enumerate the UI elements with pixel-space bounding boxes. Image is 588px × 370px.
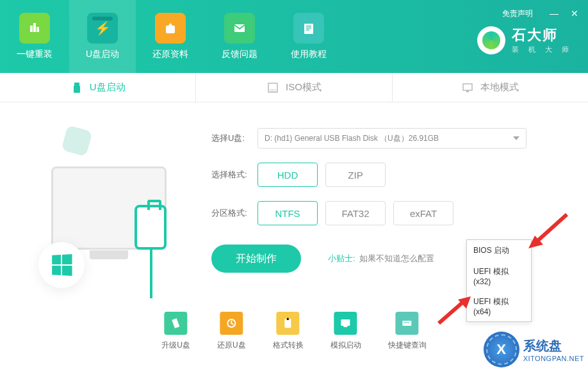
tool-restore-usb[interactable]: 还原U盘 xyxy=(217,312,246,351)
nav-label: 反馈问题 xyxy=(222,49,257,60)
svg-rect-1 xyxy=(33,23,36,32)
feedback-icon xyxy=(224,13,255,44)
partition-option-fat32[interactable]: FAT32 xyxy=(325,201,386,225)
nav-tab-usb-boot[interactable]: U盘启动 xyxy=(69,0,136,73)
tip-label: 小贴士: xyxy=(328,253,355,264)
mode-tab-label: 本地模式 xyxy=(480,81,519,93)
svg-rect-5 xyxy=(304,24,313,34)
svg-rect-21 xyxy=(404,322,405,323)
nav-label: 使用教程 xyxy=(291,49,327,60)
tutorial-icon xyxy=(293,13,324,44)
nav-tabs: 一键重装 U盘启动 还原资料 反馈问题 使用教程 xyxy=(0,0,343,73)
usb-select-dropdown[interactable]: D: (hd1) General USB Flash Disk （U盘）26.9… xyxy=(257,128,527,149)
partition-option-ntfs[interactable]: NTFS xyxy=(257,201,318,225)
keyboard-icon xyxy=(396,312,419,335)
format-option-hdd[interactable]: HDD xyxy=(257,163,318,187)
svg-rect-23 xyxy=(408,322,409,323)
mode-tab-label: U盘启动 xyxy=(90,81,126,93)
tool-label: 格式转换 xyxy=(273,340,304,351)
usb-boot-icon xyxy=(87,13,118,44)
tool-simulate-boot[interactable]: 模拟启动 xyxy=(331,312,361,351)
reinstall-icon xyxy=(19,13,50,44)
svg-rect-19 xyxy=(344,326,348,327)
svg-rect-3 xyxy=(166,26,175,33)
disclaimer-link[interactable]: 免责声明 xyxy=(502,8,533,19)
windows-badge xyxy=(38,242,85,288)
watermark-title: 系统盘 xyxy=(523,337,584,355)
boot-mode-dropdown: BIOS 启动 UEFI 模拟(x32) UEFI 模拟(x64) xyxy=(466,239,532,322)
tool-label: 快捷键查询 xyxy=(388,340,427,351)
tool-label: 模拟启动 xyxy=(331,340,361,351)
nav-label: 还原资料 xyxy=(152,49,188,60)
windows-logo-icon xyxy=(52,254,72,276)
watermark-logo-icon: X xyxy=(484,332,519,367)
svg-rect-15 xyxy=(172,318,180,328)
brand: 石大师 装 机 大 师 xyxy=(477,26,573,54)
format-convert-icon xyxy=(277,312,300,335)
nav-tab-restore[interactable]: 还原资料 xyxy=(136,0,205,73)
app-header: 一键重装 U盘启动 还原资料 反馈问题 使用教程 石大师 xyxy=(0,0,588,73)
dropdown-item-bios[interactable]: BIOS 启动 xyxy=(467,240,531,261)
iso-icon: ISO xyxy=(266,81,279,94)
tool-label: 还原U盘 xyxy=(217,340,246,351)
format-option-zip[interactable]: ZIP xyxy=(325,163,386,187)
watermark: X 系统盘 XITONGPAN.NET xyxy=(484,332,584,367)
svg-rect-0 xyxy=(30,26,33,32)
nav-label: 一键重装 xyxy=(17,49,53,60)
nav-label: U盘启动 xyxy=(86,49,119,60)
svg-text:ISO: ISO xyxy=(270,88,277,92)
tool-format-convert[interactable]: 格式转换 xyxy=(273,312,304,351)
usb-select-label: 选择U盘: xyxy=(211,133,257,144)
brand-subtitle: 装 机 大 师 xyxy=(512,45,573,54)
mode-tab-label: ISO模式 xyxy=(286,81,322,93)
restore-icon xyxy=(155,13,186,44)
svg-rect-20 xyxy=(403,321,412,326)
upgrade-usb-icon xyxy=(165,312,188,335)
bottom-toolbar: 升级U盘 还原U盘 格式转换 模拟启动 快捷键查询 xyxy=(161,312,426,351)
format-label: 选择格式: xyxy=(211,169,257,181)
svg-rect-8 xyxy=(306,29,309,31)
window-controls: 免责声明 — ✕ xyxy=(502,8,580,19)
watermark-url: XITONGPAN.NET xyxy=(523,355,584,362)
svg-rect-14 xyxy=(466,90,469,92)
tool-hotkey-query[interactable]: 快捷键查询 xyxy=(388,312,427,351)
nav-tab-feedback[interactable]: 反馈问题 xyxy=(205,0,274,73)
monitor-icon xyxy=(461,81,474,94)
partition-label: 分区格式: xyxy=(211,207,257,219)
tool-label: 升级U盘 xyxy=(161,340,190,351)
dropdown-item-uefi64[interactable]: UEFI 模拟(x64) xyxy=(467,291,531,321)
usb-cable-icon xyxy=(135,205,173,256)
usb-illustration xyxy=(19,128,199,307)
svg-rect-18 xyxy=(341,319,350,326)
chevron-down-icon xyxy=(513,136,519,140)
usb-select-value: D: (hd1) General USB Flash Disk （U盘）26.9… xyxy=(265,133,439,144)
svg-rect-17 xyxy=(285,319,291,328)
usb-icon xyxy=(70,81,83,94)
brand-title: 石大师 xyxy=(512,26,573,45)
leaf-decoration-icon xyxy=(61,125,93,157)
svg-rect-13 xyxy=(463,84,472,90)
svg-rect-6 xyxy=(306,26,311,27)
svg-rect-9 xyxy=(74,83,79,86)
mode-tabs: U盘启动 ISO ISO模式 本地模式 xyxy=(0,73,588,102)
svg-rect-2 xyxy=(37,27,39,32)
tip-text: 如果不知道怎么配置 xyxy=(359,253,434,264)
simulate-boot-icon xyxy=(334,312,357,335)
restore-usb-icon xyxy=(220,312,243,335)
close-button[interactable]: ✕ xyxy=(569,8,580,19)
start-button[interactable]: 开始制作 xyxy=(211,245,301,273)
tool-upgrade-usb[interactable]: 升级U盘 xyxy=(161,312,190,351)
nav-tab-tutorial[interactable]: 使用教程 xyxy=(274,0,343,73)
partition-option-exfat[interactable]: exFAT xyxy=(393,201,453,225)
svg-rect-10 xyxy=(74,86,80,93)
dropdown-item-uefi32[interactable]: UEFI 模拟(x32) xyxy=(467,261,531,291)
minimize-button[interactable]: — xyxy=(548,8,560,19)
nav-tab-reinstall[interactable]: 一键重装 xyxy=(0,0,69,73)
mode-tab-iso[interactable]: ISO ISO模式 xyxy=(196,73,392,102)
svg-rect-22 xyxy=(406,322,407,323)
brand-logo-icon xyxy=(477,26,505,54)
mode-tab-local[interactable]: 本地模式 xyxy=(393,73,588,102)
mode-tab-usb[interactable]: U盘启动 xyxy=(0,73,196,102)
svg-rect-7 xyxy=(306,28,311,29)
